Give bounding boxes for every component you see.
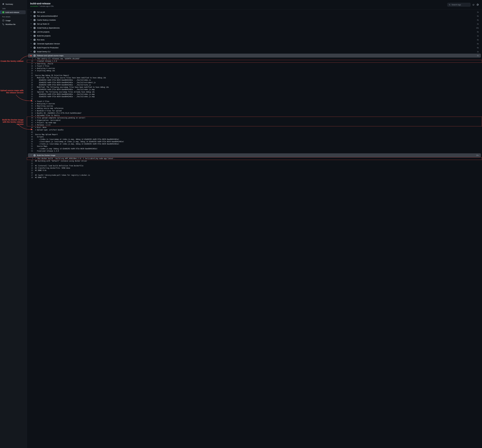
log-text: > Uploaded files to Sentry <box>35 114 479 117</box>
log-text: Modified: The following sourcemap files … <box>35 86 479 88</box>
search-logs[interactable] <box>447 3 471 7</box>
sidebar-usage[interactable]: Usage <box>0 19 27 22</box>
search-input[interactable] <box>451 4 469 6</box>
chevron-right-icon[interactable] <box>30 50 32 53</box>
step-duration: 2s <box>477 23 479 25</box>
step-name[interactable]: Set up Node 22 <box>37 23 476 25</box>
gear-icon[interactable] <box>476 4 479 6</box>
chevron-right-icon[interactable] <box>30 11 32 13</box>
step-row[interactable]: Build Project for Production0s <box>27 46 482 50</box>
log-text: #1 transferring dockerfile: 505B done <box>35 167 479 169</box>
step-name[interactable]: Run tests <box>37 39 476 41</box>
chevron-right-icon[interactable] <box>30 19 32 21</box>
step-row[interactable]: Build the projects1s <box>27 34 482 38</box>
chevron-right-icon[interactable] <box>30 31 32 33</box>
log-line: 13#1 [internal] load build definition fr… <box>27 165 482 167</box>
step-duration: 0s <box>477 39 479 41</box>
log-line: 48 Scripts <box>27 136 482 138</box>
log-line: 51 ~/route.js (sourcemap at index.js.map… <box>27 143 482 145</box>
log-text: d2e66292-4a99-5f2e-8639-8aedb042481e - .… <box>35 84 479 86</box>
line-number: 18 <box>27 176 33 179</box>
step-duration: 0s <box>477 19 479 21</box>
chevron-right-icon[interactable] <box>30 15 32 17</box>
log-line: 49 ~/index.js (sourcemap at index.js.map… <box>27 138 482 141</box>
log-text: > Rewriting sources <box>35 105 479 107</box>
line-number: 37 <box>27 110 33 112</box>
check-icon <box>33 154 36 157</box>
line-number: 35 <box>27 105 33 107</box>
step-name[interactable]: Install Sentry CLI <box>37 51 476 53</box>
log-line: 17#2 [auth] library/node:pull token for … <box>27 174 482 176</box>
step-name[interactable]: Generate Application Version <box>37 43 476 45</box>
step-name[interactable]: Run actions/checkout@v4 <box>37 15 476 17</box>
log-text: #0 building with "default" instance usin… <box>35 160 479 162</box>
step-name[interactable]: Lint the projects <box>37 31 476 33</box>
line-number: 50 <box>27 141 33 143</box>
step-name[interactable]: Release and upload source maps <box>37 55 476 57</box>
chevron-right-icon[interactable] <box>30 27 32 29</box>
sidebar-job-build-and-release[interactable]: build-and-release <box>0 10 26 14</box>
log-line: 28 d2e66292-4a99-5f2e-8639-8aedb042481e … <box>27 88 482 91</box>
log-line: 11#0 building with "default" instance us… <box>27 160 482 162</box>
log-text: > Release: 1.3.0 <box>35 124 479 126</box>
chevron-right-icon[interactable] <box>30 35 32 37</box>
step-name[interactable]: Install Node.js dependencies <box>37 27 475 29</box>
log-line: 19> Analyzing 4 sources <box>27 67 482 70</box>
log-line: 15#1 DONE 0.0s <box>27 169 482 172</box>
sidebar-summary[interactable]: Summary <box>0 2 27 6</box>
step-row[interactable]: Install Node.js dependencies13s <box>27 26 482 30</box>
step-row[interactable]: Run actions/checkout@v40s <box>27 14 482 18</box>
log-line: 37> Bundled 4 files for upload <box>27 110 482 112</box>
chevron-down-icon[interactable] <box>30 55 32 57</box>
log-line: 12 <box>27 162 482 165</box>
check-icon <box>33 39 36 41</box>
step-duration: 0s <box>477 43 479 45</box>
step-name[interactable]: Build the Docker image <box>37 154 475 156</box>
line-number: 27 <box>27 86 33 88</box>
log-text: d2e66292-4a99-5f2e-8639-8aedb042481e - .… <box>35 95 479 98</box>
check-icon <box>33 19 36 21</box>
step-row[interactable]: Generate Application Version0s <box>27 42 482 46</box>
sidebar-workflow-file[interactable]: Workflow file <box>0 22 27 26</box>
log-line: 31 d2e66292-4a99-5f2e-8639-8aedb042481e … <box>27 95 482 98</box>
log-line: 1▸ Run sentry-cli releases new "$SENTRY_… <box>27 58 482 60</box>
log-text: > Analyzing 4 sources <box>35 102 479 105</box>
step-row[interactable]: Cache Node.js modules0s <box>27 18 482 22</box>
chevron-right-icon[interactable] <box>30 43 32 45</box>
log-text: #1 [internal] load build definition from… <box>35 165 479 167</box>
log-line: 29 Ignored: The following sourcemap file… <box>27 91 482 93</box>
line-number: 21 <box>27 72 33 74</box>
step-row[interactable]: Install Sentry CLI1s <box>27 50 482 54</box>
chevron-right-icon[interactable] <box>30 23 32 25</box>
step-name[interactable]: Build Project for Production <box>37 47 476 49</box>
log-text: Source Map Debug ID Injection Report <box>35 74 479 77</box>
line-number: 36 <box>27 107 33 110</box>
step-row[interactable]: Release and upload source maps3s <box>28 54 481 58</box>
line-number: 43 <box>27 124 34 126</box>
line-number: 23 <box>27 77 33 79</box>
step-row[interactable]: Run tests0s <box>27 38 482 42</box>
step-row[interactable]: Lint the projects0s <box>27 30 482 34</box>
step-row[interactable]: Build the Docker image29s <box>28 153 481 157</box>
log-text: Source Map Upload Report <box>35 134 479 136</box>
line-number: 47 <box>27 134 33 136</box>
step-duration: 0s <box>477 15 479 17</box>
chevron-right-icon[interactable] <box>30 39 32 41</box>
refresh-icon[interactable] <box>472 4 475 6</box>
check-icon <box>33 55 36 57</box>
step-duration: 3s <box>477 55 479 57</box>
log-text: d2e66292-4a99-5f2e-8639-8aedb042481e - .… <box>35 93 479 95</box>
chevron-right-icon[interactable] <box>30 47 32 49</box>
log-text: > Searching ./build <box>35 63 479 65</box>
step-row[interactable]: Set up Node 222s <box>27 22 482 26</box>
step-name[interactable]: Build the projects <box>37 35 476 37</box>
line-number: 54 <box>27 150 33 152</box>
line-number: 18 <box>27 65 33 67</box>
chevron-down-icon[interactable] <box>30 154 32 157</box>
step-row[interactable]: Set up job1s <box>27 10 482 14</box>
step-name[interactable]: Cache Node.js modules <box>37 19 476 21</box>
log-line: 35> Rewriting sources <box>27 105 482 107</box>
line-number: 17 <box>27 174 33 176</box>
step-name[interactable]: Set up job <box>37 11 476 13</box>
sidebar-usage-label: Usage <box>6 20 11 22</box>
